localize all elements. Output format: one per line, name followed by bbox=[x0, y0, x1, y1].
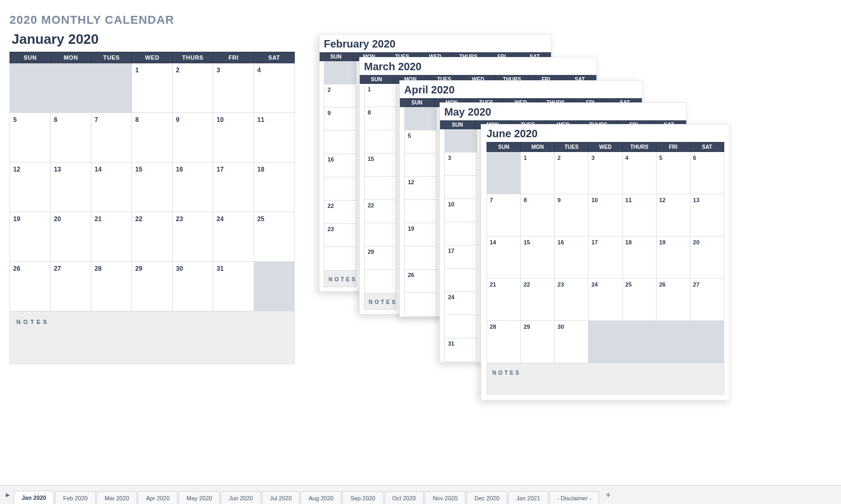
sheet-tab[interactable]: Feb 2020 bbox=[55, 491, 95, 504]
day-cell[interactable] bbox=[254, 262, 295, 311]
day-cell[interactable] bbox=[365, 223, 396, 246]
day-cell[interactable]: 6 bbox=[690, 152, 724, 194]
day-cell[interactable]: 12 bbox=[405, 177, 436, 200]
day-cell[interactable] bbox=[324, 131, 356, 154]
day-cell[interactable]: 3 bbox=[445, 153, 476, 176]
day-cell[interactable]: 16 bbox=[324, 154, 356, 177]
day-cell[interactable]: 22 bbox=[132, 212, 173, 262]
day-cell[interactable] bbox=[690, 321, 724, 363]
day-cell[interactable]: 20 bbox=[51, 212, 91, 262]
day-cell[interactable]: 4 bbox=[254, 63, 295, 113]
day-cell[interactable] bbox=[324, 61, 356, 84]
day-cell[interactable] bbox=[622, 321, 656, 363]
day-cell[interactable]: 12 bbox=[656, 194, 690, 236]
day-cell[interactable]: 31 bbox=[213, 262, 254, 311]
sheet-tab[interactable]: Nov 2020 bbox=[425, 491, 465, 504]
day-cell[interactable] bbox=[365, 177, 396, 200]
day-cell[interactable] bbox=[51, 63, 91, 113]
sheet-tab[interactable]: Oct 2020 bbox=[385, 491, 424, 504]
day-cell[interactable] bbox=[405, 293, 436, 316]
day-cell[interactable] bbox=[10, 63, 51, 113]
day-cell[interactable]: 21 bbox=[487, 279, 521, 321]
day-cell[interactable]: 22 bbox=[324, 201, 356, 224]
day-cell[interactable]: 8 bbox=[365, 107, 396, 130]
day-cell[interactable]: 5 bbox=[656, 152, 690, 194]
day-cell[interactable]: 22 bbox=[521, 279, 555, 321]
day-cell[interactable]: 11 bbox=[254, 113, 295, 163]
day-cell[interactable]: 2 bbox=[324, 84, 356, 108]
day-cell[interactable]: 22 bbox=[365, 200, 396, 223]
day-cell[interactable]: 15 bbox=[521, 236, 555, 279]
day-cell[interactable]: 8 bbox=[132, 113, 173, 163]
day-cell[interactable]: 2 bbox=[555, 152, 588, 194]
day-cell[interactable]: 13 bbox=[690, 194, 724, 236]
sheet-tab[interactable]: Jan 2021 bbox=[508, 491, 548, 504]
day-cell[interactable]: 27 bbox=[690, 279, 724, 321]
sheet-tab[interactable]: Aug 2020 bbox=[301, 491, 341, 504]
day-cell[interactable]: 31 bbox=[445, 338, 476, 362]
day-cell[interactable]: 3 bbox=[213, 63, 254, 113]
day-cell[interactable]: 19 bbox=[405, 223, 436, 246]
day-cell[interactable]: 9 bbox=[555, 194, 588, 236]
day-cell[interactable]: 29 bbox=[365, 246, 396, 270]
day-cell[interactable]: 26 bbox=[10, 262, 51, 311]
day-cell[interactable] bbox=[91, 63, 132, 113]
day-cell[interactable]: 5 bbox=[405, 130, 436, 154]
day-cell[interactable]: 23 bbox=[555, 279, 588, 321]
sheet-tab[interactable]: Mar 2020 bbox=[97, 491, 137, 504]
sheet-tab[interactable]: Jul 2020 bbox=[262, 491, 300, 504]
notes-block[interactable]: NOTES bbox=[364, 293, 397, 310]
day-cell[interactable]: 24 bbox=[445, 292, 476, 315]
day-cell[interactable]: 14 bbox=[91, 163, 132, 212]
day-cell[interactable]: 1 bbox=[521, 152, 555, 194]
day-cell[interactable]: 12 bbox=[10, 163, 51, 212]
day-cell[interactable]: 14 bbox=[487, 236, 521, 279]
day-cell[interactable]: 19 bbox=[10, 212, 51, 262]
day-cell[interactable]: 24 bbox=[588, 279, 622, 321]
sheet-tab[interactable]: Dec 2020 bbox=[466, 491, 507, 504]
day-cell[interactable]: 13 bbox=[51, 163, 91, 212]
day-cell[interactable]: 3 bbox=[588, 152, 622, 194]
day-cell[interactable]: 2 bbox=[173, 63, 213, 113]
add-sheet-button[interactable]: + bbox=[600, 490, 616, 500]
day-cell[interactable]: 10 bbox=[213, 113, 254, 163]
day-cell[interactable]: 4 bbox=[622, 152, 656, 194]
sheet-tab[interactable]: Apr 2020 bbox=[138, 491, 177, 504]
day-cell[interactable]: 24 bbox=[213, 212, 254, 262]
day-cell[interactable]: 26 bbox=[656, 279, 690, 321]
day-cell[interactable] bbox=[405, 246, 436, 270]
day-cell[interactable] bbox=[405, 200, 436, 223]
day-cell[interactable]: 23 bbox=[324, 224, 356, 247]
day-cell[interactable] bbox=[656, 321, 690, 363]
day-cell[interactable]: 10 bbox=[588, 194, 622, 236]
day-cell[interactable]: 17 bbox=[213, 163, 254, 212]
day-cell[interactable]: 1 bbox=[365, 84, 396, 107]
day-cell[interactable]: 23 bbox=[173, 212, 213, 262]
day-cell[interactable]: 8 bbox=[521, 194, 555, 236]
notes-block-june[interactable]: NOTES bbox=[487, 363, 724, 395]
day-cell[interactable] bbox=[445, 315, 476, 338]
day-cell[interactable] bbox=[324, 247, 356, 270]
day-cell[interactable]: 30 bbox=[555, 321, 588, 363]
day-cell[interactable]: 1 bbox=[132, 63, 173, 113]
day-cell[interactable]: 27 bbox=[51, 262, 91, 311]
day-cell[interactable]: 19 bbox=[656, 236, 690, 279]
day-cell[interactable] bbox=[588, 321, 622, 363]
day-cell[interactable]: 5 bbox=[10, 113, 51, 163]
notes-block-january[interactable]: NOTES bbox=[10, 311, 295, 364]
day-cell[interactable]: 6 bbox=[51, 113, 91, 163]
day-cell[interactable] bbox=[445, 176, 476, 199]
day-cell[interactable] bbox=[487, 152, 521, 194]
day-cell[interactable]: 29 bbox=[132, 262, 173, 311]
day-cell[interactable]: 28 bbox=[487, 321, 521, 363]
day-cell[interactable]: 9 bbox=[173, 113, 213, 163]
day-cell[interactable] bbox=[405, 107, 436, 130]
day-cell[interactable] bbox=[445, 129, 476, 153]
day-cell[interactable]: 16 bbox=[555, 236, 588, 279]
day-cell[interactable]: 7 bbox=[91, 113, 132, 163]
day-cell[interactable]: 18 bbox=[254, 163, 295, 212]
tab-nav-button[interactable]: ▶ bbox=[2, 486, 14, 504]
sheet-tab[interactable]: Jan 2020 bbox=[14, 491, 54, 504]
day-cell[interactable]: 26 bbox=[405, 270, 436, 293]
day-cell[interactable]: 16 bbox=[173, 163, 213, 212]
